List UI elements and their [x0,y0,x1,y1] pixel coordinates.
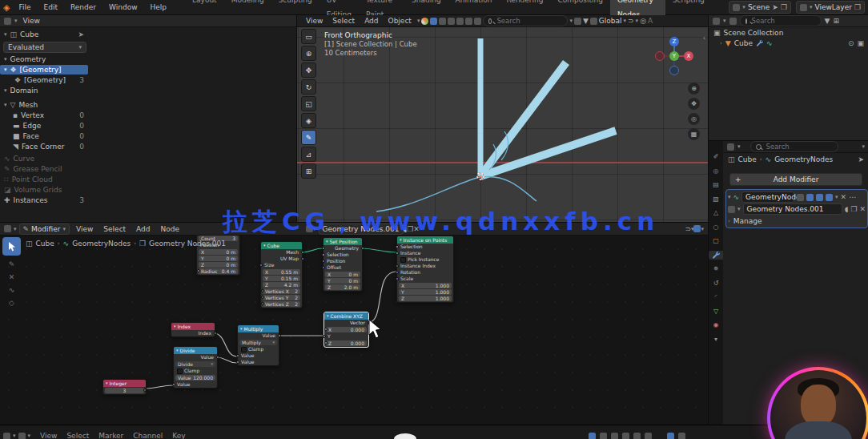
proportional-falloff-icon[interactable]: ◎ [640,17,646,25]
tab-object-data[interactable]: ▽ [709,307,722,316]
socket[interactable] [197,269,200,272]
next-keyframe-icon[interactable] [633,433,641,439]
frame-tool[interactable]: ◇ [9,299,14,307]
socket[interactable] [236,360,239,364]
socket[interactable] [323,335,326,338]
field-value[interactable]: 2 [295,295,298,300]
chevron-down-icon[interactable]: ▾ [728,194,731,200]
socket[interactable] [259,264,263,267]
breadcrumb-object[interactable]: Cube [36,240,54,248]
chevron-right-icon[interactable]: › [720,40,722,46]
outliner-row-scene-collection[interactable]: ▣ Scene Collection [709,27,868,38]
gizmo-x-neg[interactable] [655,51,665,61]
socket[interactable] [301,257,304,260]
navigation-gizmo[interactable]: Z X Y [652,34,697,79]
socket[interactable] [361,247,364,250]
pin-icon[interactable]: ➤ [858,155,864,163]
viewport-option-icon[interactable] [474,18,481,25]
gizmo-x-axis[interactable]: X [684,51,693,61]
chevron-down-icon[interactable]: ▾ [862,143,865,150]
chevron-down-icon[interactable]: ▾ [636,18,639,24]
field-value[interactable]: 2 [295,288,298,294]
render-toggle-icon[interactable] [826,194,833,201]
field-value[interactable]: 0.000 [351,327,364,332]
socket[interactable] [172,383,175,386]
menu-help[interactable]: Help [145,0,173,14]
move-tool[interactable]: ✥ [301,62,316,78]
tab-object[interactable]: ▢ [709,236,722,245]
tree-item-geometry-child[interactable]: ❖ [Geometry] 3 [0,75,88,85]
mode-icon[interactable] [18,433,26,439]
node-math-divide[interactable]: ▾Divide Value Divide▾ Clamp Value120.000… [173,346,218,389]
tree-item-volume-grids[interactable]: ◪ Volume Grids [0,184,88,195]
field-value[interactable]: 120.000 [193,375,213,381]
blender-logo-icon[interactable]: ◈ [3,2,10,13]
tree-item-vertex[interactable]: ▪ Vertex 0 [0,111,88,121]
gizmo-y-axis[interactable]: Y [669,51,679,61]
camera-view-icon[interactable]: ◎ [688,113,700,125]
menu-select[interactable]: Select [66,432,89,439]
tree-item-face[interactable]: ■ Face 0 [0,131,88,141]
measure-tool[interactable]: ⊿ [301,147,316,162]
fake-user-shield-icon[interactable]: ◖ [845,205,849,213]
shield-icon[interactable] [590,18,597,25]
menu-edit[interactable]: Edit [38,0,63,14]
menu-window[interactable]: Window [103,0,143,14]
viewport-menu-select[interactable]: Select [328,15,359,28]
tree-item-instances[interactable]: ✚ Instances 3 [0,195,88,205]
viewport-option-icon[interactable] [465,18,472,25]
field-value[interactable]: 1.000 [436,289,449,295]
properties-search[interactable] [750,141,838,152]
menu-marker[interactable]: Marker [98,432,123,439]
render-visibility-icon[interactable]: ▣ [857,39,864,47]
gizmo-z-neg[interactable] [669,66,679,75]
frame-field-icon[interactable] [667,433,674,439]
overlays-icon[interactable]: A [648,17,653,25]
tab-particles[interactable]: ✵ [709,264,722,273]
socket[interactable] [322,260,325,263]
chevron-down-icon[interactable]: ▾ [709,335,722,344]
node-math-multiply[interactable]: ▾Multiply Value Multiply▾ Clamp Value Va… [237,324,279,366]
properties-editor-icon[interactable] [727,143,734,151]
field-value[interactable]: 1.000 [436,283,449,288]
socket[interactable] [396,277,399,280]
orientation-dropdown[interactable]: Global [599,17,622,25]
select-box-tool[interactable]: ▭ [301,29,316,44]
tab-physics[interactable]: ↺ [709,279,722,288]
node-menu-node[interactable]: Node [157,223,184,236]
breadcrumb-modifier[interactable]: GeometryNodes [774,155,833,163]
pin-icon[interactable]: ➤ [78,30,84,38]
menu-view[interactable]: View [40,432,57,439]
unlink-icon[interactable]: ✕ [859,205,866,213]
pan-hand-icon[interactable]: ✥ [688,98,700,110]
node-menu-view[interactable]: View [72,223,97,236]
socket[interactable] [301,251,304,254]
frame-option-icon[interactable] [678,433,685,439]
scale-tool[interactable]: ◱ [301,96,316,111]
field-value[interactable]: 0 m [226,249,235,255]
spreadsheet-view-menu[interactable]: View [21,14,42,28]
tree-section-domain[interactable]: ▾ Domain [0,85,88,95]
socket[interactable] [261,302,264,305]
node-menu-select[interactable]: Select [99,223,130,236]
tree-item-edge[interactable]: ▬ Edge 0 [0,121,88,131]
socket[interactable] [236,354,239,357]
select-box-tool[interactable] [2,237,21,256]
field-value[interactable]: 0.15 m [281,276,298,281]
socket[interactable] [396,264,399,268]
operation-dropdown[interactable]: Divide▾ [175,361,215,367]
extras-menu-icon[interactable]: ⋯ [849,193,856,201]
annotate-tool[interactable]: ✎ [301,130,316,145]
node-combine-xyz[interactable]: ▾Combine XYZ Vector X0.000 Y Z0.000 [323,312,369,348]
checkbox[interactable] [400,257,406,263]
tab-constraints[interactable]: ◜ [709,292,722,301]
zoom-icon[interactable]: ⊕ [688,83,700,95]
rotate-tool[interactable]: ↻ [301,79,316,95]
new-node-tree-icon[interactable]: ❐ [850,205,857,213]
viewport-menu-view[interactable]: View [302,15,327,28]
filter-icon[interactable]: ▼ [583,17,589,25]
breadcrumb-tree[interactable]: Geometry Nodes.001 [149,240,226,248]
tab-world[interactable]: ○ [709,223,722,232]
checkbox[interactable] [177,369,183,374]
viewport-option-icon[interactable] [448,18,455,25]
